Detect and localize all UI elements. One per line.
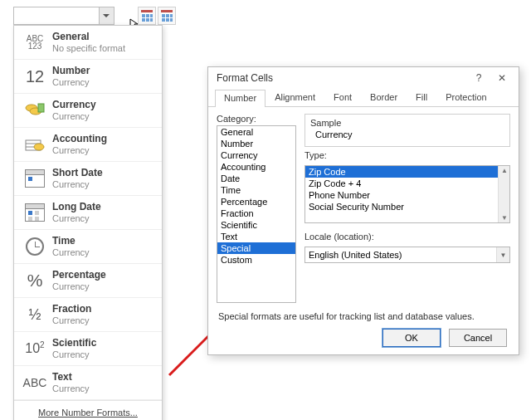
category-option[interactable]: Date	[217, 173, 295, 184]
tab-font[interactable]: Font	[324, 89, 361, 106]
option-title: Fraction	[52, 304, 91, 315]
svg-point-6	[34, 144, 44, 150]
category-listbox[interactable]: GeneralNumberCurrencyAccountingDateTimeP…	[217, 125, 296, 303]
format-option-long-date[interactable]: Long DateCurrency	[14, 196, 162, 230]
format-cells-dialog: Format Cells ? ✕ Number Alignment Font B…	[207, 66, 519, 355]
table-icon	[161, 10, 173, 22]
format-option-text[interactable]: ABC TextCurrency	[14, 366, 162, 400]
chevron-down-icon: ▼	[496, 247, 509, 262]
category-label: Category:	[217, 114, 296, 124]
option-title: Percentage	[52, 270, 106, 281]
type-option[interactable]: Social Security Number	[305, 201, 509, 212]
tab-number[interactable]: Number	[215, 90, 266, 107]
number-format-combo[interactable]	[13, 7, 114, 25]
option-sub: Currency	[52, 77, 90, 88]
format-option-scientific[interactable]: 102 ScientificCurrency	[14, 332, 162, 366]
tab-alignment[interactable]: Alignment	[266, 89, 324, 106]
currency-icon	[17, 101, 52, 120]
option-sub: Currency	[52, 383, 90, 394]
option-sub: Currency	[52, 281, 106, 292]
general-icon: ABC123	[27, 35, 44, 50]
sample-value: Currency	[310, 128, 504, 139]
format-option-time[interactable]: TimeCurrency	[14, 230, 162, 264]
sample-label: Sample	[310, 118, 504, 128]
category-option[interactable]: Time	[217, 184, 295, 196]
option-sub: Currency	[52, 213, 101, 224]
format-option-number[interactable]: 12 NumberCurrency	[14, 60, 162, 94]
category-option[interactable]: Currency	[217, 149, 295, 161]
accounting-icon	[17, 135, 52, 154]
option-sub: Currency	[52, 247, 90, 258]
ribbon-fragment	[13, 7, 176, 25]
option-sub: Currency	[52, 179, 103, 190]
percent-icon: %	[27, 271, 43, 291]
combo-text	[14, 7, 99, 24]
type-label: Type:	[304, 150, 510, 160]
locale-value: English (United States)	[309, 250, 402, 260]
tab-fill[interactable]: Fill	[407, 89, 436, 106]
tab-protection[interactable]: Protection	[436, 89, 496, 106]
format-option-fraction[interactable]: ½ FractionCurrency	[14, 298, 162, 332]
format-option-general[interactable]: ABC123 GeneralNo specific format	[14, 26, 162, 60]
category-option[interactable]: Percentage	[217, 196, 295, 208]
format-description: Special formats are useful for tracking …	[208, 306, 519, 321]
option-sub: Currency	[52, 111, 96, 122]
locale-select[interactable]: English (United States) ▼	[304, 247, 510, 263]
tab-border[interactable]: Border	[361, 89, 407, 106]
type-listbox[interactable]: Zip CodeZip Code + 4Phone NumberSocial S…	[304, 165, 510, 223]
option-title: Scientific	[52, 338, 96, 349]
option-title: Text	[52, 372, 90, 383]
option-title: Time	[52, 236, 90, 247]
locale-label: Locale (location):	[304, 232, 510, 242]
short-date-icon	[25, 169, 45, 188]
svg-rect-2	[38, 104, 44, 112]
sample-box: Sample Currency	[304, 114, 510, 147]
option-title: Currency	[52, 100, 96, 111]
type-option[interactable]: Zip Code + 4	[305, 178, 509, 189]
category-option[interactable]: Accounting	[217, 161, 295, 173]
option-title: Short Date	[52, 168, 103, 179]
category-option[interactable]: Scientific	[217, 219, 295, 231]
scrollbar[interactable]	[498, 166, 509, 222]
dialog-tabs: Number Alignment Font Border Fill Protec…	[208, 89, 519, 107]
format-option-currency[interactable]: CurrencyCurrency	[14, 94, 162, 128]
dialog-title: Format Cells	[217, 72, 273, 84]
format-option-short-date[interactable]: Short DateCurrency	[14, 162, 162, 196]
option-sub: Currency	[52, 349, 96, 360]
long-date-icon	[25, 203, 45, 222]
category-option[interactable]: Special	[217, 242, 295, 254]
dropdown-arrow-icon[interactable]	[99, 7, 114, 24]
fraction-icon: ½	[28, 306, 41, 324]
table-color-icon	[141, 10, 153, 22]
option-title: Long Date	[52, 202, 101, 213]
ok-button[interactable]: OK	[382, 329, 441, 347]
option-title: Number	[52, 66, 90, 77]
format-option-percentage[interactable]: % PercentageCurrency	[14, 264, 162, 298]
format-option-accounting[interactable]: Accounting Currency	[14, 128, 162, 162]
option-title: Accounting	[52, 134, 107, 145]
scientific-icon: 102	[25, 340, 44, 356]
close-button[interactable]: ✕	[490, 70, 514, 86]
category-option[interactable]: Number	[217, 138, 295, 149]
clock-icon	[26, 237, 44, 256]
option-title: General	[52, 32, 125, 43]
text-icon: ABC	[23, 376, 47, 389]
option-sub: No specific format	[52, 43, 125, 54]
cancel-button[interactable]: Cancel	[449, 329, 507, 347]
option-sub: Currency	[52, 315, 91, 326]
more-number-formats-link[interactable]: More Number Formats...	[14, 400, 162, 420]
number-icon: 12	[26, 67, 44, 86]
category-option[interactable]: General	[217, 126, 295, 138]
type-option[interactable]: Phone Number	[305, 189, 509, 201]
category-option[interactable]: Fraction	[217, 208, 295, 219]
category-option[interactable]: Text	[217, 231, 295, 242]
category-option[interactable]: Custom	[217, 254, 295, 266]
help-button[interactable]: ?	[467, 70, 490, 86]
format-as-table-button[interactable]	[158, 7, 176, 25]
option-sub: Currency	[52, 145, 107, 156]
number-format-dropdown: ABC123 GeneralNo specific format 12 Numb…	[13, 25, 163, 420]
type-option[interactable]: Zip Code	[305, 166, 509, 178]
conditional-formatting-button[interactable]	[138, 7, 156, 25]
dialog-titlebar[interactable]: Format Cells ? ✕	[208, 67, 519, 89]
